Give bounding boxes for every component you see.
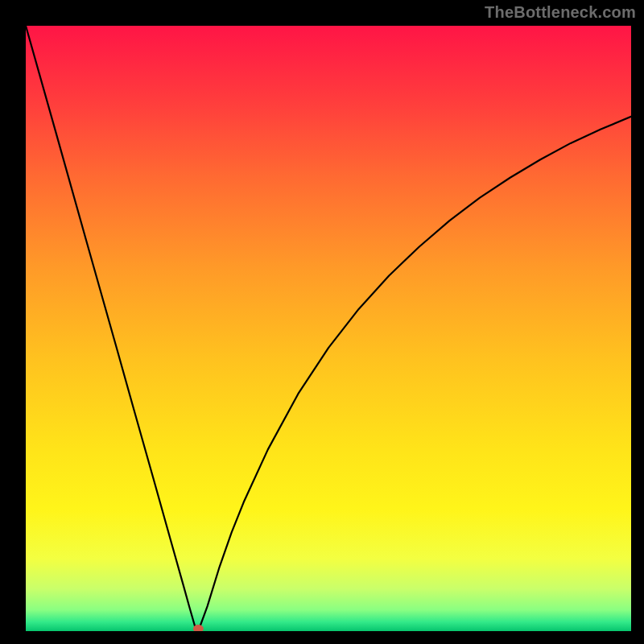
watermark-text: TheBottleneck.com	[485, 3, 636, 22]
chart-frame: TheBottleneck.com	[0, 0, 644, 644]
plot-area	[26, 26, 631, 631]
gradient-background	[26, 26, 631, 631]
chart-svg	[26, 26, 631, 631]
